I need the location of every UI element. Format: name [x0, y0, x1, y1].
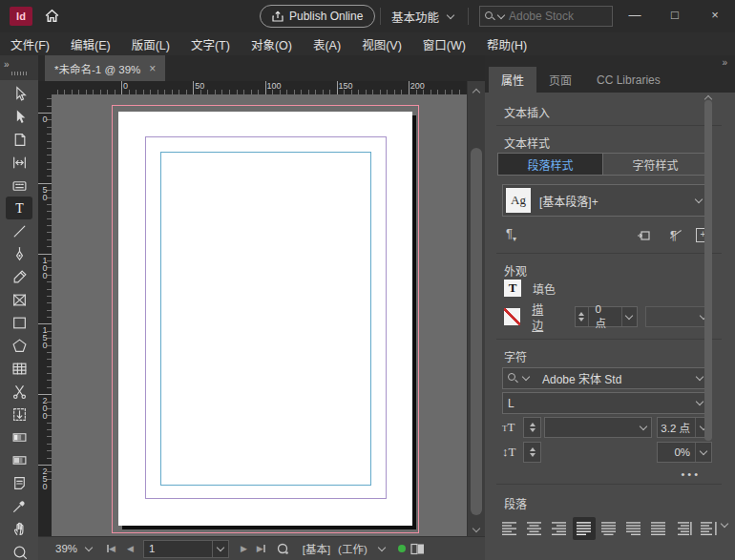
menu-object[interactable]: 对象(O) — [241, 35, 303, 53]
paragraph-more-chevron-icon[interactable] — [721, 520, 728, 528]
type-tool[interactable]: T — [6, 197, 32, 219]
toolbar-collapse-icon[interactable]: » — [4, 61, 10, 69]
stepper-icon[interactable] — [523, 442, 541, 463]
workspace-switcher[interactable]: 基本功能 — [391, 7, 453, 26]
tracking-field[interactable]: 0% — [657, 442, 712, 463]
polygon-tool[interactable] — [4, 334, 34, 357]
search-input[interactable] — [507, 9, 593, 24]
stroke-label[interactable]: 描边 — [532, 301, 554, 333]
last-page-button[interactable]: ▶ — [257, 544, 265, 553]
pages-icon[interactable] — [410, 543, 426, 555]
menu-window[interactable]: 窗口(W) — [412, 35, 476, 53]
tab-pages[interactable]: 页面 — [536, 67, 584, 93]
menu-view[interactable]: 视图(V) — [351, 35, 412, 53]
page-number-input[interactable] — [144, 543, 212, 554]
preflight-chevron-icon[interactable] — [378, 543, 386, 550]
preflight-profile[interactable]: [基本] — [303, 541, 330, 556]
document-vertical-scrollbar[interactable] — [467, 81, 485, 537]
stroke-none-swatch[interactable] — [504, 308, 520, 325]
gradient-swatch-tool[interactable] — [4, 425, 34, 448]
line-tool[interactable] — [4, 219, 34, 242]
selection-tool[interactable] — [4, 82, 34, 105]
publish-online-button[interactable]: Publish Online — [260, 5, 375, 28]
menu-type[interactable]: 文字(T) — [180, 35, 241, 53]
content-collector-tool[interactable] — [4, 174, 34, 197]
close-tab-icon[interactable]: × — [149, 62, 156, 75]
stock-search-box[interactable] — [479, 6, 613, 27]
maximize-button[interactable]: □ — [655, 0, 695, 29]
pencil-tool[interactable] — [4, 265, 34, 288]
horizontal-grid-tool[interactable] — [4, 357, 34, 380]
paragraph-styles-segment[interactable]: 段落样式 — [498, 154, 602, 175]
ruler-origin-box[interactable] — [38, 81, 52, 95]
clear-overrides-icon[interactable]: ¶ — [670, 228, 677, 242]
justify-last-center-button[interactable] — [598, 517, 620, 540]
direct-selection-tool[interactable] — [4, 105, 34, 128]
document-tab[interactable]: *未命名-1 @ 39% × — [45, 55, 165, 81]
scroll-up-icon[interactable] — [472, 89, 480, 96]
align-left-button[interactable] — [498, 517, 521, 540]
hand-tool[interactable] — [4, 517, 34, 540]
menu-file[interactable]: 文件(F) — [0, 35, 60, 53]
stroke-weight-value[interactable]: 0 点 — [589, 303, 621, 330]
gradient-feather-tool[interactable] — [4, 448, 34, 471]
scroll-down-icon[interactable] — [472, 525, 480, 532]
rectangle-frame-tool[interactable] — [4, 288, 34, 311]
preflight-icon[interactable] — [277, 543, 289, 555]
justify-last-left-button[interactable] — [573, 517, 596, 540]
paragraph-mark-icon[interactable]: ¶▾ — [506, 226, 516, 243]
vertical-ruler[interactable]: 050100150200250 — [38, 94, 52, 537]
tab-cc-libraries[interactable]: CC Libraries — [584, 67, 673, 93]
previous-page-button[interactable]: ◀ — [127, 544, 134, 553]
close-button[interactable]: × — [695, 0, 735, 29]
scrollbar-thumb[interactable] — [471, 148, 482, 515]
justify-all-button[interactable] — [647, 517, 670, 540]
page-number-box[interactable] — [143, 540, 229, 558]
stroke-style-dropdown[interactable] — [645, 306, 712, 327]
page-tool[interactable] — [4, 128, 34, 151]
rectangle-tool[interactable] — [4, 311, 34, 334]
chevron-down-icon[interactable] — [695, 443, 711, 462]
menu-layout[interactable]: 版面(L) — [121, 35, 180, 53]
horizontal-ruler[interactable]: 050100150200 — [52, 81, 468, 95]
panel-scrollbar[interactable] — [704, 100, 712, 441]
paragraph-style-dropdown[interactable]: Ag [基本段落]+ — [502, 184, 712, 217]
font-family-dropdown[interactable]: Adobe 宋体 Std — [502, 367, 712, 389]
zoom-level[interactable]: 39% — [55, 543, 77, 554]
menu-table[interactable]: 表(A) — [303, 35, 351, 53]
kerning-field[interactable] — [544, 442, 652, 463]
free-transform-tool[interactable] — [4, 403, 34, 425]
zoom-tool[interactable] — [4, 540, 34, 560]
next-page-button[interactable]: ▶ — [241, 544, 247, 553]
align-right-button[interactable] — [548, 517, 571, 540]
fill-color-swatch[interactable]: T — [504, 280, 521, 297]
pen-tool[interactable] — [4, 242, 34, 265]
menu-edit[interactable]: 编辑(E) — [60, 35, 121, 53]
align-center-button[interactable] — [523, 517, 546, 540]
home-icon[interactable] — [44, 8, 60, 27]
scissors-tool[interactable] — [4, 380, 34, 403]
stepper-icon[interactable] — [523, 417, 541, 438]
align-toward-spine-button[interactable] — [672, 517, 695, 540]
justify-last-right-button[interactable] — [622, 517, 645, 540]
redefine-style-icon[interactable] — [637, 228, 651, 242]
character-styles-segment[interactable]: 字符样式 — [602, 154, 707, 175]
fill-label[interactable]: 填色 — [533, 280, 556, 297]
panel-collapse-icon[interactable]: » — [722, 57, 727, 68]
zoom-chevron-icon[interactable] — [85, 543, 93, 550]
text-frame[interactable] — [160, 152, 371, 486]
font-style-dropdown[interactable]: L — [502, 392, 712, 414]
stroke-weight-field[interactable]: 0 点 — [575, 306, 637, 327]
align-away-from-spine-button[interactable] — [697, 517, 720, 540]
first-page-button[interactable]: ◀ — [107, 544, 116, 553]
chevron-down-icon[interactable] — [621, 307, 637, 326]
note-tool[interactable] — [4, 471, 34, 494]
menu-help[interactable]: 帮助(H) — [476, 35, 537, 53]
page-list-chevron-icon[interactable] — [212, 541, 228, 557]
pasteboard[interactable] — [52, 94, 468, 537]
eyedropper-tool[interactable] — [4, 494, 34, 517]
gap-tool[interactable] — [4, 151, 34, 174]
minimize-button[interactable]: — — [615, 0, 655, 29]
stepper-icon[interactable] — [576, 307, 588, 326]
more-options-icon[interactable]: ••• — [681, 468, 701, 480]
